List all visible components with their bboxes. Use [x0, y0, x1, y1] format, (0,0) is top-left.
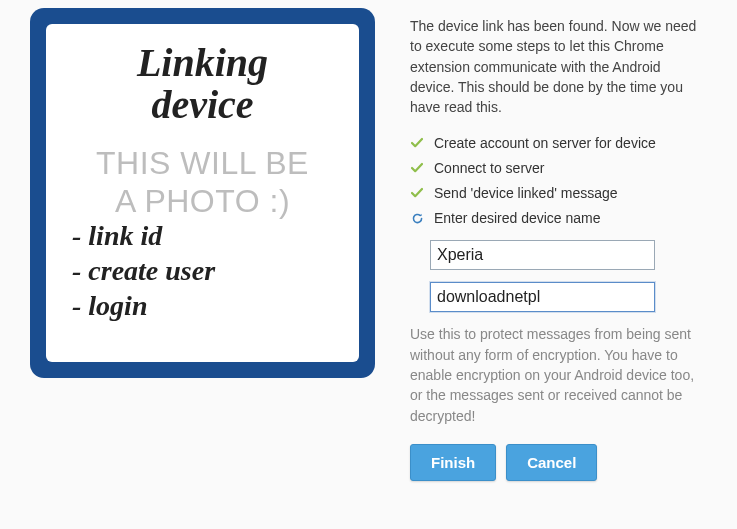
password-input[interactable]	[430, 282, 655, 312]
photo-title-line2: device	[151, 82, 253, 127]
check-icon	[410, 136, 424, 150]
refresh-icon	[410, 211, 424, 225]
steps-list: Create account on server for device Conn…	[410, 135, 707, 226]
step-label: Enter desired device name	[434, 210, 601, 226]
helper-text: Use this to protect messages from being …	[410, 324, 707, 425]
watermark-line1: THIS WILL BE	[96, 145, 309, 181]
photo-list-item: - login	[72, 288, 339, 323]
photo-title-line1: Linking	[137, 40, 268, 85]
right-panel: The device link has been found. Now we n…	[380, 8, 737, 481]
step-label: Connect to server	[434, 160, 545, 176]
step-send-message: Send 'device linked' message	[410, 185, 707, 201]
photo-list-item: - create user	[72, 253, 339, 288]
photo-list: - link id - create user - login	[66, 218, 339, 323]
intro-text: The device link has been found. Now we n…	[410, 16, 707, 117]
cancel-button[interactable]: Cancel	[506, 444, 597, 481]
left-panel: Linking device THIS WILL BE A PHOTO :) -…	[0, 8, 380, 481]
check-icon	[410, 186, 424, 200]
inputs-block	[430, 240, 707, 312]
main-container: Linking device THIS WILL BE A PHOTO :) -…	[0, 0, 737, 481]
step-create-account: Create account on server for device	[410, 135, 707, 151]
finish-button[interactable]: Finish	[410, 444, 496, 481]
photo-watermark: THIS WILL BE A PHOTO :)	[46, 144, 359, 221]
step-label: Create account on server for device	[434, 135, 656, 151]
photo-title: Linking device	[66, 42, 339, 126]
step-label: Send 'device linked' message	[434, 185, 618, 201]
photo-list-item: - link id	[72, 218, 339, 253]
photo-frame: Linking device THIS WILL BE A PHOTO :) -…	[30, 8, 375, 378]
device-name-input[interactable]	[430, 240, 655, 270]
check-icon	[410, 161, 424, 175]
photo-placeholder: Linking device THIS WILL BE A PHOTO :) -…	[46, 24, 359, 362]
button-row: Finish Cancel	[410, 444, 707, 481]
watermark-line2: A PHOTO :)	[115, 183, 290, 219]
step-connect-server: Connect to server	[410, 160, 707, 176]
step-enter-name: Enter desired device name	[410, 210, 707, 226]
